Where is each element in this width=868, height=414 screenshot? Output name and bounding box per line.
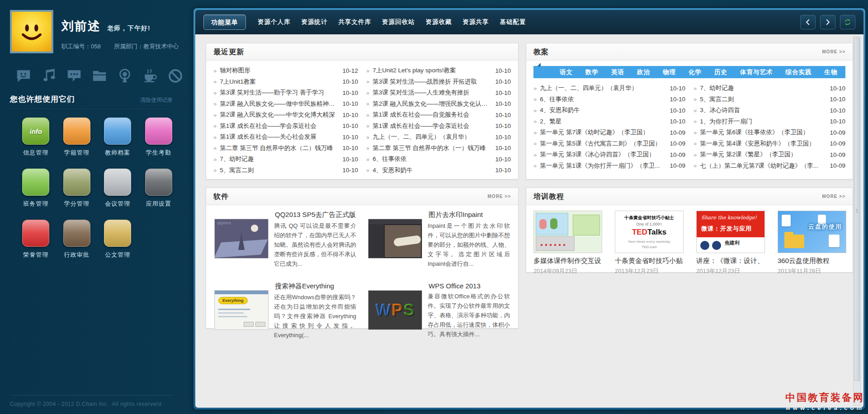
top-tab[interactable]: 资源回收站 <box>382 18 415 26</box>
list-item[interactable]: 第一单元 第6课《往事依依》（李卫国） 10-09 <box>693 127 845 138</box>
list-item[interactable]: 第一单元 第4课《安恩和奶牛》（李卫国） 10-09 <box>693 138 845 150</box>
list-item[interactable]: 第一单元 第3课《冰心诗四首》（李卫国） 10-09 <box>533 149 685 160</box>
subject-tab[interactable]: 英语 <box>611 68 624 76</box>
training-title[interactable]: 十条黄金省时技巧小贴 <box>615 257 683 265</box>
software-item-qq[interactable]: QQ2013 QQ2013 SP5去广告正式版 腾讯 QQ 可以说是最不需要介绍… <box>214 211 356 277</box>
training-item-multimedia[interactable]: 多媒体课件制作交互设 2014年09月23日 <box>533 211 601 275</box>
list-item[interactable]: 第一单元 第1课《为你打开一扇门》（李卫... 10-09 <box>533 160 685 172</box>
list-item[interactable]: 七（上）第二单元第7课《幼时记趣》（李... 10-09 <box>693 160 845 172</box>
list-item[interactable]: 2、繁星 10-10 <box>533 116 685 127</box>
list-item[interactable]: 5、寓言二则 10-10 <box>213 165 358 176</box>
list-item[interactable]: 7上Unit1教案 10-10 <box>213 76 358 88</box>
training-title[interactable]: 讲座：《微课：设计、 <box>696 257 764 265</box>
top-tab[interactable]: 共享文件库 <box>339 18 372 26</box>
app-label: 学籍管理 <box>64 149 90 157</box>
list-item[interactable]: 第2课 融入民族文化——中华文化博大精深 10-10 <box>213 109 358 121</box>
list-item[interactable]: 第1课 成长在社会——自觉服务社会 10-10 <box>366 109 511 121</box>
list-item[interactable]: 九上（一、二、四单元）（袁月华） 10-10 <box>533 83 685 94</box>
more-link[interactable]: MORE >> <box>488 188 511 205</box>
list-item[interactable]: 5、寓言二则 10-10 <box>693 94 845 105</box>
coffee-icon[interactable] <box>140 66 160 86</box>
list-item[interactable]: 第3课 笑对生活——战胜挫折 开拓进取 10-10 <box>366 76 511 88</box>
chat-dots-icon[interactable] <box>64 66 84 86</box>
top-tab[interactable]: 资源统计 <box>302 18 328 26</box>
app-shortcut[interactable]: 学分管理 <box>57 169 98 208</box>
subject-tab[interactable]: 化学 <box>689 68 702 76</box>
clear-history-link[interactable]: 清除使用记录 <box>140 96 173 104</box>
app-shortcut[interactable]: 会议管理 <box>97 169 138 208</box>
software-title[interactable]: QQ2013 SP5去广告正式版 <box>275 211 356 219</box>
list-item[interactable]: 第一单元 第7课《幼时记趣》（李卫国） 10-09 <box>533 127 685 138</box>
app-shortcut[interactable]: info 信息管理 <box>15 118 57 157</box>
subject-tab[interactable]: 历史 <box>714 68 727 76</box>
training-item-cloud[interactable]: 云盘的使用 360云盘使用教程 2013年11月28日 <box>778 211 845 275</box>
list-item[interactable]: 4、安恩和奶牛 10-10 <box>533 105 685 116</box>
training-title[interactable]: 360云盘使用教程 <box>778 257 845 265</box>
list-item[interactable]: 6、往事依依 10-10 <box>366 154 511 165</box>
training-item-weike[interactable]: Share the knowledge! 微课：开发与应用 焦建利 讲座：《微课… <box>696 211 764 275</box>
vertical-scrollbar[interactable] <box>853 36 861 406</box>
list-item[interactable]: 九上（一、二、四单元）（袁月华） 10-10 <box>366 132 511 143</box>
item-title: 第二章 第三节 自然界中的水（二）钱万峰 <box>220 144 338 152</box>
list-item[interactable]: 第1课 成长在社会——学会亲近社会 10-10 <box>213 121 358 132</box>
list-item[interactable]: 第1课 成长在社会——学会亲近社会 10-10 <box>366 121 511 132</box>
subject-tab[interactable]: 物理 <box>663 68 676 76</box>
software-item-wps[interactable]: WPS WPS Office 2013 兼容微软Office格式的办公软件。实现… <box>368 282 510 348</box>
app-shortcut[interactable]: 荣誉管理 <box>15 220 57 259</box>
subject-tab[interactable]: 语文 <box>560 68 573 76</box>
app-shortcut[interactable]: 学籍管理 <box>57 118 98 157</box>
subject-tab[interactable]: 综合实践 <box>786 68 812 76</box>
list-item[interactable]: 7、幼时记趣 10-10 <box>213 154 358 165</box>
app-shortcut[interactable]: 行政审批 <box>57 220 98 259</box>
music-icon[interactable] <box>39 66 59 86</box>
training-item-ted[interactable]: 十条黄金省时技巧小贴士 One of 1,000+ TEDTalks New i… <box>615 211 683 275</box>
list-item[interactable]: 第一单元 第5课《古代寓言二则》（李卫国） 10-09 <box>533 138 685 150</box>
list-item[interactable]: 3、冰心诗四首 10-10 <box>693 105 845 116</box>
subject-tab[interactable]: 体育与艺术 <box>740 68 773 76</box>
app-shortcut[interactable]: 班务管理 <box>15 169 57 208</box>
subject-tab[interactable]: 生物 <box>825 68 838 76</box>
software-item-inpaint[interactable]: 图片去水印Inpaint Inpaint是一个图片去水印软件，可以从您的图片中删… <box>368 211 510 277</box>
folder-icon[interactable] <box>90 66 109 86</box>
back-button[interactable] <box>800 15 816 29</box>
top-tab[interactable]: 资源个人库 <box>258 18 291 26</box>
app-shortcut[interactable]: 应用设置 <box>138 169 179 208</box>
top-tab[interactable]: 基础配置 <box>500 18 526 26</box>
software-title[interactable]: WPS Office 2013 <box>429 282 510 290</box>
refresh-button[interactable] <box>840 15 855 29</box>
forward-button[interactable] <box>820 15 835 29</box>
list-item[interactable]: 第3课 笑对生活——人生难免有挫折 10-10 <box>366 87 511 99</box>
block-icon[interactable] <box>165 66 185 86</box>
avatar[interactable] <box>10 10 53 53</box>
list-item[interactable]: 轴对称图形 10-12 <box>213 65 358 76</box>
subject-tab[interactable]: 数学 <box>585 68 599 76</box>
list-item[interactable]: 第二章 第三节 自然界中的水（二）钱万峰 10-10 <box>213 143 358 154</box>
message-smiley-icon[interactable] <box>14 66 33 86</box>
list-item[interactable]: 第二章 第三节 自然界中的水（一）钱万峰 10-10 <box>366 143 511 154</box>
list-item[interactable]: 第1课 成长在社会——关心社会发展 10-10 <box>213 132 358 143</box>
list-item[interactable]: 第2课 融入民族文化——做中华民族精神的... 10-10 <box>213 99 358 110</box>
software-title[interactable]: 图片去水印Inpaint <box>429 211 510 219</box>
more-link[interactable]: MORE >> <box>822 188 845 205</box>
list-item[interactable]: 1、为你打开一扇门 10-10 <box>693 116 845 127</box>
list-item[interactable]: 6、往事依依 10-10 <box>533 94 685 105</box>
tab-function-menu[interactable]: 功能菜单 <box>203 14 246 30</box>
broadcast-icon[interactable] <box>115 66 135 86</box>
top-tab[interactable]: 资源收藏 <box>426 18 452 26</box>
subject-tab[interactable]: 政治 <box>637 68 650 76</box>
app-shortcut[interactable]: 学生考勤 <box>138 118 179 157</box>
list-item[interactable]: 第2课 融入民族文化——增强民族文化认同感 10-10 <box>366 99 511 110</box>
software-item-everything[interactable]: Everything 搜索神器Everything 还在用Wndows自带的搜索… <box>214 282 356 348</box>
list-item[interactable]: 7上Unit2 Let's play sports!教案 10-10 <box>366 65 511 76</box>
more-link[interactable]: MORE >> <box>822 43 845 60</box>
scrollbar-thumb[interactable] <box>854 38 860 381</box>
training-title[interactable]: 多媒体课件制作交互设 <box>533 257 601 265</box>
list-item[interactable]: 4、安恩和奶牛 10-10 <box>366 165 511 176</box>
app-shortcut[interactable]: 公文管理 <box>97 220 138 259</box>
list-item[interactable]: 第3课 笑对生活——勤于学习 善于学习 10-10 <box>213 87 358 99</box>
list-item[interactable]: 第一单元 第2课《繁星》（李卫国） 10-09 <box>693 149 845 160</box>
software-title[interactable]: 搜索神器Everything <box>275 282 356 291</box>
top-tab[interactable]: 资源共享 <box>463 18 489 26</box>
app-shortcut[interactable]: 教师档案 <box>97 118 138 157</box>
list-item[interactable]: 7、幼时记趣 10-10 <box>693 83 845 94</box>
